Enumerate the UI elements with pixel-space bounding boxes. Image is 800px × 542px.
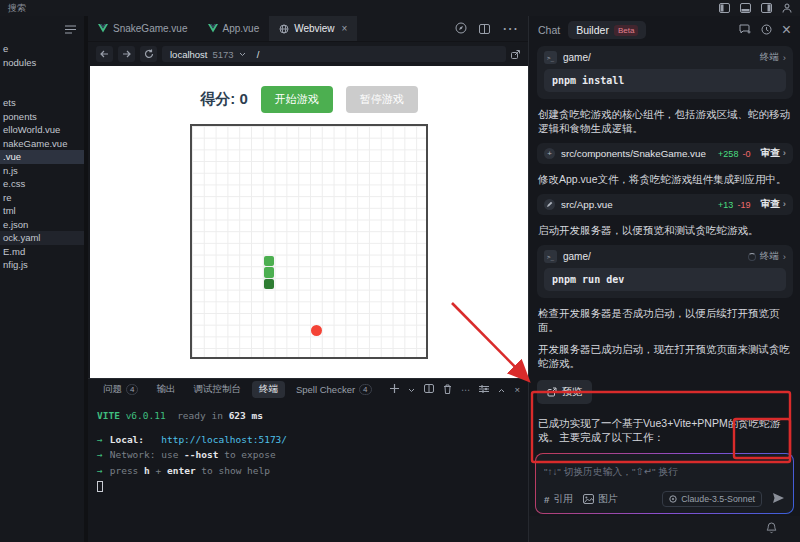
file-tree-item[interactable]: nodules	[0, 56, 84, 70]
search-label[interactable]: 搜索	[8, 2, 26, 15]
more-icon[interactable]: ⋯	[461, 384, 471, 395]
new-chat-icon[interactable]	[739, 21, 751, 39]
chevron-down-icon[interactable]	[239, 52, 246, 57]
editor-area: SnakeGame.vue App.vue Webview × ⋯ loc	[88, 16, 528, 378]
terminal-dropdown-icon[interactable]	[408, 384, 415, 395]
terminal-output[interactable]: VITE v6.0.11 ready in 623 ms →Local: htt…	[88, 400, 528, 492]
arrow-icon: →	[97, 465, 103, 476]
game-board[interactable]	[190, 124, 428, 359]
editor-tab-bar: SnakeGame.vue App.vue Webview × ⋯	[88, 16, 528, 42]
local-url-link[interactable]: http://localhost:5173/	[161, 434, 287, 445]
terminal-prompt-icon: >_	[544, 51, 557, 64]
file-tree-item[interactable]: E.md	[0, 245, 84, 259]
score-value: 0	[239, 90, 247, 107]
close-tab-icon[interactable]: ×	[342, 23, 348, 34]
tab-debug-console[interactable]: 调试控制台	[186, 381, 248, 398]
kill-terminal-icon[interactable]	[443, 384, 452, 396]
terminal-layout-icon[interactable]	[479, 384, 489, 395]
file-tree-item[interactable]: ets	[0, 96, 84, 110]
tab-builder[interactable]: Builder Beta	[568, 21, 646, 39]
history-icon[interactable]	[761, 21, 772, 39]
file-tree-item[interactable]: nakeGame.vue	[0, 137, 84, 151]
file-tree-item[interactable]: tml	[0, 204, 84, 218]
compass-icon[interactable]	[455, 20, 467, 38]
notification-bell-icon[interactable]	[766, 520, 777, 538]
refresh-icon[interactable]	[140, 46, 157, 62]
hash-icon: #	[544, 494, 549, 505]
address-input[interactable]: localhost 5173 /	[162, 46, 506, 62]
chat-input[interactable]	[544, 466, 785, 477]
tab-spell-checker[interactable]: Spell Checker4	[289, 382, 379, 397]
file-tree-item[interactable]: ock.yaml	[0, 231, 84, 245]
image-button[interactable]: 图片	[583, 493, 618, 506]
reference-button[interactable]: #引用	[544, 493, 573, 506]
tab-problems[interactable]: 问题4	[96, 381, 145, 398]
image-icon	[583, 494, 594, 504]
review-link[interactable]: 审查 ›	[760, 147, 786, 160]
toggle-left-panel-icon[interactable]	[719, 3, 730, 13]
open-terminal-link[interactable]: 终端›	[760, 51, 786, 64]
snake-body	[264, 256, 274, 266]
account-icon[interactable]	[782, 3, 792, 13]
new-terminal-icon[interactable]	[390, 384, 399, 395]
tab-output[interactable]: 输出	[149, 381, 182, 398]
open-external-icon[interactable]	[511, 45, 520, 63]
model-selector[interactable]: Claude-3.5-Sonnet	[662, 491, 762, 507]
file-tree-item[interactable]: e.css	[0, 177, 84, 191]
file-tree-item[interactable]: ponents	[0, 110, 84, 124]
toggle-bottom-panel-icon[interactable]	[740, 3, 751, 13]
file-tree-item[interactable]: nfig.js	[0, 258, 84, 272]
problems-count-badge: 4	[126, 384, 138, 395]
tab-chat[interactable]: Chat	[538, 24, 560, 36]
forward-icon[interactable]	[118, 46, 135, 62]
tab-app-vue[interactable]: App.vue	[198, 16, 270, 41]
more-actions-icon[interactable]: ⋯	[502, 19, 518, 38]
file-tree-item[interactable]: elloWorld.vue	[0, 123, 84, 137]
snake-head	[264, 279, 274, 289]
file-tree-item[interactable]: e	[0, 42, 84, 56]
start-game-button[interactable]: 开始游戏	[261, 86, 333, 113]
tab-webview[interactable]: Webview ×	[269, 16, 357, 41]
beta-badge: Beta	[614, 25, 638, 36]
review-link[interactable]: 审查 ›	[760, 198, 786, 211]
food-dot	[311, 325, 322, 336]
command-text[interactable]: pnpm run dev	[544, 268, 786, 291]
toggle-right-panel-icon[interactable]	[761, 3, 772, 13]
score-text: 得分: 0	[200, 90, 248, 109]
panel-tab-bar: 问题4 输出 调试控制台 终端 Spell Checker4 ⋯ ×	[88, 379, 528, 400]
close-chat-icon[interactable]: ×	[782, 21, 791, 39]
webview-address-bar: localhost 5173 /	[88, 42, 528, 66]
file-explorer: e nodules ets ponents elloWorld.vue nake…	[0, 16, 84, 542]
model-icon	[669, 495, 677, 503]
chat-message-list: >_ game/ 终端› pnpm install 创建贪吃蛇游戏的核心组件，包…	[529, 44, 800, 478]
file-edit-icon	[544, 199, 555, 210]
maximize-panel-icon[interactable]	[498, 384, 505, 395]
file-diff-card[interactable]: + src/components/SnakeGame.vue +258-0 审查…	[537, 143, 793, 164]
open-terminal-link[interactable]: 终端›	[748, 250, 786, 263]
send-icon[interactable]	[772, 492, 785, 506]
split-editor-icon[interactable]	[479, 20, 490, 38]
file-tree-item[interactable]: e.json	[0, 218, 84, 232]
tab-snakegame-vue[interactable]: SnakeGame.vue	[88, 16, 198, 41]
preview-button[interactable]: 预览	[537, 380, 592, 404]
tab-terminal[interactable]: 终端	[252, 381, 285, 398]
file-diff-card[interactable]: src/App.vue +13-19 审查 ›	[537, 194, 793, 215]
chat-input-container: #引用 图片 Claude-3.5-Sonnet	[535, 453, 794, 514]
assistant-message: 已成功实现了一个基于Vue3+Vite+PNPM的贪吃蛇游戏。主要完成了以下工作…	[538, 416, 792, 444]
vue-icon	[98, 24, 108, 33]
back-icon[interactable]	[96, 46, 113, 62]
explorer-menu-icon[interactable]	[65, 20, 76, 38]
terminal-prompt-icon: >_	[544, 250, 557, 263]
file-tree-item-selected[interactable]: .vue	[0, 150, 84, 164]
bottom-panel: 问题4 输出 调试控制台 终端 Spell Checker4 ⋯ × VITE …	[88, 378, 528, 542]
pause-game-button[interactable]: 暂停游戏	[346, 86, 418, 113]
assistant-message: 启动开发服务器，以便预览和测试贪吃蛇游戏。	[538, 223, 792, 237]
file-tree-item[interactable]: n.js	[0, 164, 84, 178]
split-terminal-icon[interactable]	[424, 384, 434, 395]
close-panel-icon[interactable]: ×	[514, 384, 520, 395]
spell-count-badge: 4	[359, 384, 371, 395]
command-text[interactable]: pnpm install	[544, 69, 786, 92]
file-tree-item[interactable]: re	[0, 191, 84, 205]
arrow-icon: →	[97, 434, 103, 445]
chat-panel: Chat Builder Beta × >_ game/ 终端› pnpm in…	[528, 16, 800, 542]
